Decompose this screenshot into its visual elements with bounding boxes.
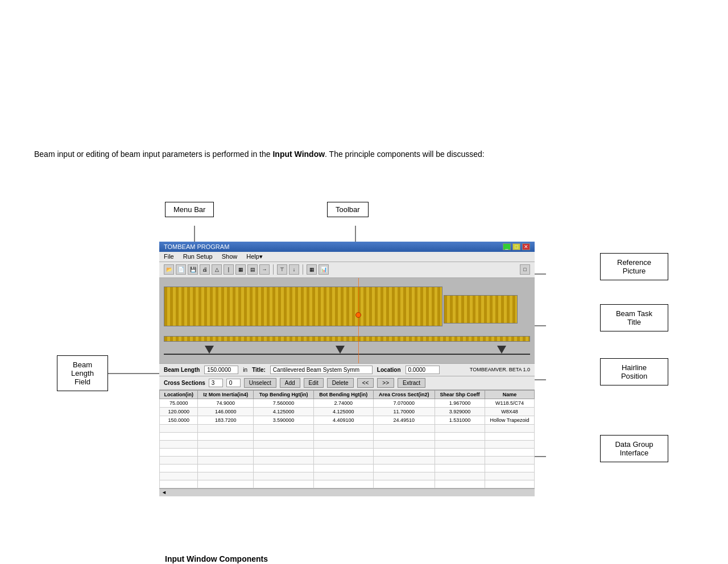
callout-toolbar: Toolbar xyxy=(327,202,369,217)
cell-area-2: 11.70000 xyxy=(373,407,435,416)
table-row[interactable]: 150.0000 183.7200 3.590000 4.409100 24.4… xyxy=(160,416,535,424)
cell-bot-3: 4.409100 xyxy=(313,416,373,424)
menu-help[interactable]: Help▾ xyxy=(246,253,263,260)
col-location: Location(in) xyxy=(160,390,198,399)
callout-beam-task-title: Beam TaskTitle xyxy=(600,304,668,331)
beam-bottom-flange xyxy=(164,336,530,342)
toolbar-results-icon[interactable]: ▦ xyxy=(307,264,317,275)
callout-hairline-position: HairlinePosition xyxy=(600,358,668,385)
location-value[interactable]: 0.0000 xyxy=(406,366,440,374)
beam-length-unit: in xyxy=(243,367,247,373)
table-row-empty xyxy=(160,448,535,456)
callout-beam-length-field-label: BeamLengthField xyxy=(71,360,94,386)
cell-location-1: 75.0000 xyxy=(160,399,198,407)
toolbar-chart-icon[interactable]: ▦ xyxy=(235,264,246,275)
menu-run-setup[interactable]: Run Setup xyxy=(183,253,213,260)
extract-button[interactable]: Extract xyxy=(398,378,425,388)
beam-length-label: Beam Length xyxy=(164,367,200,373)
cross-sections-bar: Cross Sections 3 0 Unselect Add Edit Del… xyxy=(159,376,535,390)
hairline-marker xyxy=(355,312,361,318)
cell-name-2: W8X48 xyxy=(485,407,535,416)
title-value[interactable]: Cantilevered Beam System Symm xyxy=(270,366,373,374)
hairline xyxy=(358,278,359,363)
intro-text-part1: Beam input or editing of beam input para… xyxy=(34,150,272,159)
cell-shear-2: 3.929000 xyxy=(435,407,485,416)
callout-data-group-interface-label: Data GroupInterface xyxy=(615,440,653,457)
next-button[interactable]: >> xyxy=(377,378,394,388)
toolbar-shape2-icon[interactable]: | xyxy=(224,264,234,275)
cell-area-3: 24.49510 xyxy=(373,416,435,424)
col-shear: Shear Shp Coeff xyxy=(435,390,485,399)
bottom-title: Input Window Components xyxy=(165,554,268,563)
cell-bot-1: 2.74000 xyxy=(313,399,373,407)
cell-iz-3: 183.7200 xyxy=(198,416,254,424)
cell-top-3: 3.590000 xyxy=(254,416,314,424)
delete-button[interactable]: Delete xyxy=(327,378,354,388)
cell-top-2: 4.125000 xyxy=(254,407,314,416)
intro-text-part2: . The principle components will be discu… xyxy=(325,150,485,159)
toolbar-beam-icon[interactable]: ⊤ xyxy=(277,264,287,275)
cell-iz-2: 146.0000 xyxy=(198,407,254,416)
support-left xyxy=(205,346,214,354)
col-iz: Iz Mom Inertia(in4) xyxy=(198,390,254,399)
menu-file[interactable]: File xyxy=(164,253,174,260)
edit-button[interactable]: Edit xyxy=(304,378,324,388)
window-bottom-bar: ◄ xyxy=(159,488,535,496)
col-name: Name xyxy=(485,390,535,399)
data-table-area: Location(in) Iz Mom Inertia(in4) Top Ben… xyxy=(159,390,535,488)
window-titlebar: TOMBEAM PROGRAM _ □ ✕ xyxy=(159,242,535,252)
close-button[interactable]: ✕ xyxy=(522,243,530,250)
window-menubar: File Run Setup Show Help▾ xyxy=(159,252,535,262)
add-button[interactable]: Add xyxy=(280,378,300,388)
intro-paragraph: Beam input or editing of beam input para… xyxy=(34,148,489,173)
minimize-button[interactable]: _ xyxy=(503,243,511,250)
toolbar-shape1-icon[interactable]: △ xyxy=(212,264,222,275)
menu-show[interactable]: Show xyxy=(222,253,238,260)
window-toolbar: 📂 📄 💾 🖨 △ | ▦ ▤ → ⊤ ↓ ▦ 📊 □ xyxy=(159,262,535,278)
cross-sections-j[interactable]: 3 xyxy=(209,379,223,387)
cell-location-2: 120.0000 xyxy=(160,407,198,416)
beam-length-value[interactable]: 150.0000 xyxy=(204,366,238,374)
table-row-empty xyxy=(160,432,535,440)
callout-data-group-interface: Data GroupInterface xyxy=(600,435,668,462)
toolbar-table-icon[interactable]: ▤ xyxy=(247,264,258,275)
table-row[interactable]: 75.0000 74.9000 7.560000 2.74000 7.07000… xyxy=(160,399,535,407)
beam-main-body xyxy=(164,287,442,326)
table-row-empty xyxy=(160,480,535,488)
table-row-empty xyxy=(160,424,535,432)
col-area: Area Cross Sect(in2) xyxy=(373,390,435,399)
toolbar-save-icon[interactable]: 💾 xyxy=(188,264,198,275)
table-row-empty xyxy=(160,464,535,472)
toolbar-separator1 xyxy=(273,264,274,275)
window-controls[interactable]: _ □ ✕ xyxy=(503,243,530,250)
maximize-button[interactable]: □ xyxy=(512,243,520,250)
callout-menu-bar-label: Menu Bar xyxy=(173,205,205,214)
beam-right-section xyxy=(444,295,518,324)
toolbar-new-icon[interactable]: 📄 xyxy=(176,264,186,275)
callout-hairline-position-label: HairlinePosition xyxy=(621,363,647,380)
table-row[interactable]: 120.0000 146.0000 4.125000 4.125000 11.7… xyxy=(160,407,535,416)
toolbar-print-icon[interactable]: 🖨 xyxy=(200,264,210,275)
cross-sections-k[interactable]: 0 xyxy=(226,379,241,387)
table-row-empty xyxy=(160,456,535,464)
toolbar-open-icon[interactable]: 📂 xyxy=(164,264,174,275)
window-title: TOMBEAM PROGRAM xyxy=(164,243,229,250)
toolbar-load-icon[interactable]: ↓ xyxy=(289,264,299,275)
cell-location-3: 150.0000 xyxy=(160,416,198,424)
support-center xyxy=(336,346,345,354)
unselect-button[interactable]: Unselect xyxy=(244,378,276,388)
toolbar-arrow-icon[interactable]: → xyxy=(259,264,270,275)
diagram-container: Menu Bar Toolbar ReferencePicture Beam T… xyxy=(57,190,671,543)
callout-reference-picture: ReferencePicture xyxy=(600,253,668,280)
screenshot-window: TOMBEAM PROGRAM _ □ ✕ File Run Setup Sho… xyxy=(159,242,535,496)
toolbar-export-icon[interactable]: 📊 xyxy=(318,264,329,275)
cell-iz-1: 74.9000 xyxy=(198,399,254,407)
location-label: Location xyxy=(377,367,401,373)
callout-menu-bar: Menu Bar xyxy=(165,202,214,217)
window-bottom-status: ◄ xyxy=(162,490,167,495)
prev-button[interactable]: << xyxy=(357,378,374,388)
cell-shear-1: 1.967000 xyxy=(435,399,485,407)
toolbar-extra1-icon[interactable]: □ xyxy=(520,264,530,275)
cell-name-3: Hollow Trapezoid xyxy=(485,416,535,424)
callout-toolbar-label: Toolbar xyxy=(336,205,360,214)
